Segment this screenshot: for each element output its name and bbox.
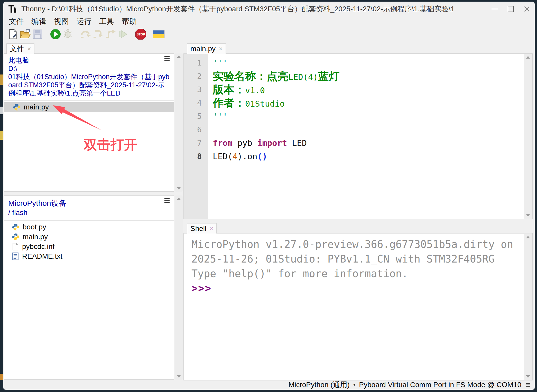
scroll-down-arrow-icon[interactable] xyxy=(526,375,530,378)
save-file-button[interactable] xyxy=(32,28,43,40)
file-row-main-py[interactable]: main.py xyxy=(4,102,174,112)
stop-button[interactable]: STOP xyxy=(135,28,147,40)
new-file-icon xyxy=(8,29,18,39)
menu-edit[interactable]: 编辑 xyxy=(27,16,50,27)
tab-shell[interactable]: Shell × xyxy=(187,223,217,234)
code-line[interactable]: ''' xyxy=(213,110,524,123)
tab-files[interactable]: 文件 × xyxy=(6,43,34,54)
code-line[interactable]: 作者：01Studio xyxy=(213,96,524,110)
run-button[interactable] xyxy=(50,28,61,40)
scroll-up-arrow-icon[interactable] xyxy=(526,236,530,238)
step-into-button[interactable] xyxy=(92,28,104,40)
device-file-row[interactable]: pybcdc.inf xyxy=(4,242,174,251)
code-line[interactable]: ''' xyxy=(213,56,524,70)
file-label: main.py xyxy=(23,233,48,241)
toolbar: STOP xyxy=(3,27,535,41)
editor-gutter: 12345678 xyxy=(184,54,208,219)
tab-editor-close-icon[interactable]: × xyxy=(219,45,223,52)
scroll-up-arrow-icon[interactable] xyxy=(177,198,181,200)
python-file-icon xyxy=(12,223,20,231)
code-line[interactable]: LED(4).on() xyxy=(213,150,524,163)
shell-scrollbar[interactable] xyxy=(524,234,532,380)
scroll-down-arrow-icon[interactable] xyxy=(526,214,530,217)
step-over-button[interactable] xyxy=(80,28,92,40)
files-current-path[interactable]: 01科技（01Studio）MicroPython开发套件（基于pyboard … xyxy=(8,73,170,97)
python-file-icon xyxy=(13,103,21,111)
menu-help[interactable]: 帮助 xyxy=(118,16,141,27)
open-file-button[interactable] xyxy=(19,28,31,40)
code-line[interactable]: 实验名称：点亮LED(4)蓝灯 xyxy=(213,70,524,83)
status-port[interactable]: Pyboard Virtual Comm Port in FS Mode @ C… xyxy=(359,381,521,389)
code-line[interactable]: 版本：v1.0 xyxy=(213,83,524,96)
line-number: 3 xyxy=(184,83,208,96)
editor-code-lines[interactable]: '''实验名称：点亮LED(4)蓝灯版本：v1.0作者：01Studio'''f… xyxy=(208,54,524,219)
device-panel-title[interactable]: MicroPython设备 xyxy=(8,198,170,208)
desktop-background xyxy=(0,74,3,85)
maximize-button[interactable] xyxy=(503,2,519,16)
scroll-up-arrow-icon[interactable] xyxy=(526,56,530,59)
status-interpreter[interactable]: MicroPython (通用) xyxy=(289,380,350,390)
step-out-icon xyxy=(105,29,116,39)
open-folder-icon xyxy=(20,29,31,39)
code-line[interactable]: from pyb import LED xyxy=(213,136,524,150)
scroll-down-arrow-icon[interactable] xyxy=(177,375,181,378)
shell-output[interactable]: MicroPython v1.27.0-preview.366.g6773051… xyxy=(184,234,532,296)
desktop-background xyxy=(0,374,3,380)
shell-output-lines: MicroPython v1.27.0-preview.366.g6773051… xyxy=(191,237,522,281)
step-into-icon xyxy=(92,29,104,39)
editor-scrollbar[interactable] xyxy=(524,54,532,219)
step-out-button[interactable] xyxy=(105,28,116,40)
device-panel[interactable]: MicroPython设备 / flash boot.py main.py py… xyxy=(4,195,174,380)
stop-sign-icon: STOP xyxy=(135,29,146,40)
device-file-row[interactable]: README.txt xyxy=(4,251,174,261)
scroll-up-arrow-icon[interactable] xyxy=(177,55,181,58)
resume-icon xyxy=(118,29,128,39)
device-panel-menu-icon[interactable] xyxy=(164,198,170,203)
files-panel[interactable]: 此电脑 D:\ 01科技（01Studio）MicroPython开发套件（基于… xyxy=(4,53,174,192)
debug-button[interactable] xyxy=(62,28,74,40)
line-number: 6 xyxy=(184,123,208,136)
device-file-row[interactable]: boot.py xyxy=(4,222,174,232)
title-bar[interactable]: Thonny - D:\01科技（01Studio）MicroPython开发套… xyxy=(3,2,535,16)
tab-files-label: 文件 xyxy=(10,44,24,54)
files-panel-menu-icon[interactable] xyxy=(164,56,170,61)
file-label: pybcdc.inf xyxy=(22,242,54,251)
maximize-icon xyxy=(508,6,514,12)
svg-text:STOP: STOP xyxy=(137,33,145,36)
close-button[interactable] xyxy=(519,2,535,16)
tab-shell-close-icon[interactable]: × xyxy=(209,225,213,232)
status-separator: • xyxy=(353,381,355,388)
file-icon xyxy=(12,243,19,250)
files-root-this-pc[interactable]: 此电脑 xyxy=(8,56,170,64)
device-panel-scrollbar[interactable] xyxy=(175,195,183,380)
tab-files-close-icon[interactable]: × xyxy=(27,45,31,52)
code-line[interactable] xyxy=(213,123,524,136)
shell-output-line: MicroPython v1.27.0-preview.366.g6773051… xyxy=(191,237,522,252)
line-number: 4 xyxy=(184,96,208,110)
file-label: README.txt xyxy=(22,252,62,260)
thonny-window: Thonny - D:\01科技（01Studio）MicroPython开发套… xyxy=(3,2,535,390)
file-label: boot.py xyxy=(23,223,46,231)
ukraine-flag-button[interactable] xyxy=(153,28,165,40)
resume-button[interactable] xyxy=(117,28,129,40)
scroll-down-arrow-icon[interactable] xyxy=(177,187,181,190)
menu-run[interactable]: 运行 xyxy=(73,16,95,27)
line-number: 2 xyxy=(184,70,208,83)
shell-panel[interactable]: MicroPython v1.27.0-preview.366.g6773051… xyxy=(183,233,533,380)
tab-editor-main-py[interactable]: main.py × xyxy=(187,43,226,54)
menu-file[interactable]: 文件 xyxy=(5,16,27,27)
line-number: 5 xyxy=(184,110,208,123)
shell-prompt[interactable]: >>> xyxy=(191,281,522,296)
new-file-button[interactable] xyxy=(7,28,19,40)
files-root-drive[interactable]: D:\ xyxy=(8,64,170,73)
minimize-button[interactable] xyxy=(487,2,503,16)
menu-view[interactable]: 视图 xyxy=(50,16,73,27)
bug-icon xyxy=(62,29,73,40)
status-menu-icon[interactable] xyxy=(526,383,530,387)
files-panel-scrollbar[interactable] xyxy=(175,53,183,192)
device-file-row[interactable]: main.py xyxy=(4,232,174,242)
device-current-path[interactable]: / flash xyxy=(8,208,170,217)
menu-tools[interactable]: 工具 xyxy=(95,16,118,27)
editor-panel[interactable]: 12345678 '''实验名称：点亮LED(4)蓝灯版本：v1.0作者：01S… xyxy=(183,53,533,219)
python-file-icon xyxy=(12,233,20,241)
